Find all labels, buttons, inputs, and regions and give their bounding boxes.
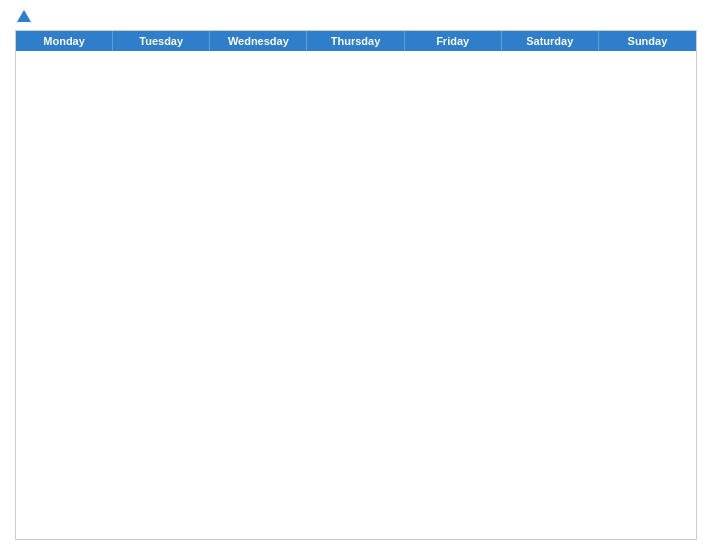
- day-header-thursday: Thursday: [307, 31, 404, 51]
- day-header-sunday: Sunday: [599, 31, 696, 51]
- day-header-tuesday: Tuesday: [113, 31, 210, 51]
- calendar-grid: MondayTuesdayWednesdayThursdayFridaySatu…: [15, 30, 697, 540]
- day-header-wednesday: Wednesday: [210, 31, 307, 51]
- logo: [15, 10, 31, 22]
- day-header-friday: Friday: [405, 31, 502, 51]
- logo-triangle-icon: [17, 10, 31, 22]
- header: [15, 10, 697, 22]
- day-headers: MondayTuesdayWednesdayThursdayFridaySatu…: [16, 31, 696, 51]
- calendar-page: MondayTuesdayWednesdayThursdayFridaySatu…: [0, 0, 712, 550]
- weeks-container: [16, 51, 696, 539]
- day-header-monday: Monday: [16, 31, 113, 51]
- day-header-saturday: Saturday: [502, 31, 599, 51]
